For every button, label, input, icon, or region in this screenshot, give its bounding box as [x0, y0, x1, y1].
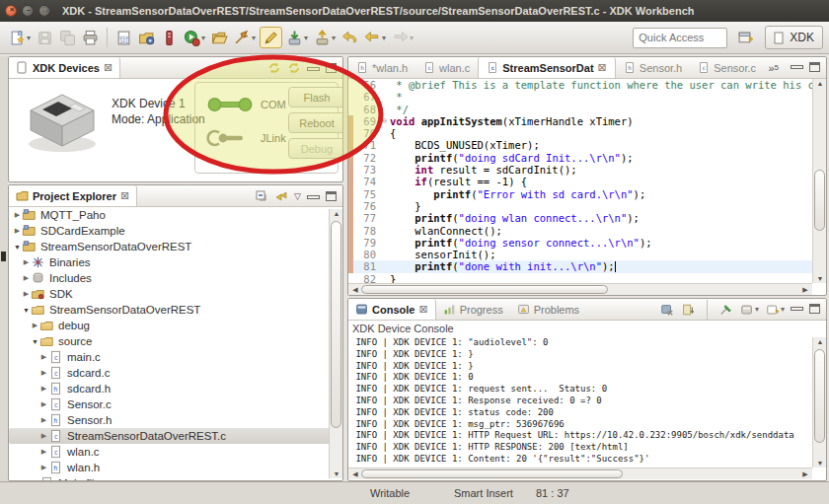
dropdown-arrow-icon[interactable]: ▾ — [781, 305, 785, 314]
expander-icon[interactable]: ▼ — [31, 338, 39, 345]
new-wizard-button[interactable]: ▾ — [7, 27, 33, 48]
tab-overflow-indicator[interactable]: »5 — [768, 57, 783, 78]
console-pin-console-button[interactable] — [719, 303, 733, 317]
tree-item-sdcardexample[interactable]: ▶SDCardExample — [9, 223, 342, 239]
tree-item-sdcard-c[interactable]: ▶csdcard.c — [9, 365, 342, 381]
expander-icon[interactable]: ▶ — [22, 290, 31, 298]
download-button[interactable]: ▾ — [284, 27, 310, 48]
jlink-toggle[interactable]: JLink — [206, 128, 286, 148]
console-clear-console-button[interactable] — [660, 303, 674, 317]
dropdown-arrow-icon[interactable]: ▾ — [332, 34, 336, 42]
run-button[interactable]: ▾ — [182, 27, 207, 48]
console-output[interactable]: INFO | XDK DEVICE 1: "audiolevel": 0 INF… — [350, 337, 812, 468]
minimize-editor-icon[interactable] — [791, 65, 803, 69]
reboot-button[interactable]: Reboot — [288, 112, 343, 133]
refresh-devices-icon[interactable] — [287, 61, 301, 75]
minimize-console-icon[interactable] — [791, 307, 803, 311]
open-project-button[interactable] — [209, 27, 230, 48]
forward-button[interactable]: ▾ — [362, 27, 388, 48]
tree-item-wlan-h[interactable]: ▶hwlan.h — [9, 460, 342, 475]
view-menu-icon[interactable]: ▽ — [294, 191, 301, 201]
save-button[interactable] — [35, 27, 55, 48]
com-toggle[interactable]: COM — [206, 95, 286, 114]
maximize-editor-icon[interactable] — [809, 62, 820, 72]
maximize-view-icon[interactable] — [326, 191, 337, 201]
tree-item-sdcard-h[interactable]: ▶hsdcard.h — [9, 381, 342, 396]
dropdown-arrow-icon[interactable]: ▾ — [252, 34, 256, 42]
expander-icon[interactable]: ▶ — [13, 227, 22, 235]
editor-tab--wlan-h[interactable]: h*wlan.h — [348, 57, 415, 78]
close-icon[interactable]: ⊠ — [104, 61, 113, 74]
fold-marker-icon[interactable]: ⊖ — [379, 115, 390, 127]
dropdown-arrow-icon[interactable]: ▾ — [27, 34, 31, 42]
tree-item-main-c[interactable]: ▶cmain.c — [9, 349, 342, 365]
tree-item-includes[interactable]: ▶Includes — [9, 270, 342, 286]
code-editor[interactable]: 66 * @brief This is a template function … — [348, 79, 812, 283]
tree-item-sensor-h[interactable]: ▶hSensor.h — [9, 412, 342, 428]
close-icon[interactable]: ⊠ — [418, 303, 427, 316]
flash-button[interactable]: ▾ — [232, 27, 258, 48]
scan-devices-icon[interactable] — [267, 61, 281, 75]
print-button[interactable] — [80, 27, 101, 48]
tree-item-source[interactable]: ▼source — [9, 333, 342, 349]
dropdown-arrow-icon[interactable]: ▾ — [755, 305, 759, 314]
build-binary-button[interactable]: 010101 — [113, 27, 134, 48]
window-maximize-button[interactable]: □ — [38, 5, 50, 17]
expander-icon[interactable]: ▶ — [13, 211, 22, 219]
back-button[interactable] — [339, 27, 360, 48]
tab-progress[interactable]: Progress — [436, 299, 510, 320]
tree-item-debug[interactable]: ▶debug — [9, 318, 342, 333]
close-icon[interactable]: ⊠ — [598, 61, 607, 74]
tab-xdk-devices[interactable]: XDK Devices ⊠ — [9, 57, 120, 78]
tab-problems[interactable]: Problems — [510, 299, 586, 320]
debug-config-button[interactable] — [159, 27, 180, 48]
editor-tab-sensor-h[interactable]: hSensor.h — [616, 57, 690, 78]
console-scroll-lock-button[interactable] — [681, 303, 695, 317]
window-close-button[interactable]: × — [5, 5, 17, 17]
minimize-view-icon[interactable] — [307, 67, 320, 71]
tree-item-sensor-c[interactable]: ▶cSensor.c — [9, 396, 342, 412]
expander-icon[interactable]: ▶ — [31, 322, 39, 329]
dropdown-arrow-icon[interactable]: ▾ — [304, 34, 308, 42]
dropdown-arrow-icon[interactable]: ▾ — [382, 34, 386, 42]
tab-project-explorer[interactable]: Project Explorer ⊠ — [9, 185, 137, 206]
expander-icon[interactable]: ▶ — [39, 353, 48, 361]
maximize-console-icon[interactable] — [809, 304, 820, 314]
console-display-console-dd-button[interactable]: ▾ — [740, 303, 759, 317]
tree-item-streamsensordataoverrest[interactable]: ▼StreamSensorDataOverREST — [9, 239, 342, 254]
tree-item-binaries[interactable]: ▶Binaries — [9, 254, 342, 270]
tree-item-sdk[interactable]: ▶SDK — [9, 286, 342, 302]
editor-tab-sensor-c[interactable]: cSensor.c — [690, 57, 764, 78]
expander-icon[interactable]: ▶ — [39, 416, 48, 424]
close-icon[interactable]: ⊠ — [120, 189, 129, 202]
console-open-console-dd-button[interactable]: ▾ — [766, 303, 785, 317]
tree-item-makefile[interactable]: Makefile — [9, 475, 342, 480]
expander-icon[interactable]: ▶ — [39, 448, 48, 456]
xdk-perspective-button[interactable]: XDK — [765, 26, 823, 49]
console-horizontal-scrollbar[interactable]: ◀ ▶ — [348, 468, 812, 479]
editor-horizontal-scrollbar[interactable]: ◀ ▶ — [348, 283, 812, 295]
expander-icon[interactable]: ▶ — [39, 369, 48, 377]
expander-icon[interactable]: ▶ — [39, 400, 48, 408]
expander-icon[interactable]: ▼ — [22, 307, 31, 314]
expander-icon[interactable]: ▼ — [13, 244, 22, 251]
save-all-button[interactable] — [57, 27, 78, 48]
minimize-view-icon[interactable] — [307, 195, 320, 199]
new-project-button[interactable] — [136, 27, 157, 48]
window-minimize-button[interactable]: – — [22, 5, 34, 17]
maximize-view-icon[interactable] — [326, 63, 337, 73]
dropdown-arrow-icon[interactable]: ▾ — [201, 34, 205, 42]
flash-button[interactable]: Flash — [288, 87, 343, 108]
editor-tab-streamsensordat[interactable]: cStreamSensorDat⊠ — [478, 57, 616, 78]
expander-icon[interactable]: ▶ — [39, 432, 48, 440]
expander-icon[interactable]: ▶ — [22, 258, 31, 266]
explorer-vertical-scrollbar[interactable]: ▲ ▼ — [329, 209, 342, 478]
project-tree[interactable]: ▶MQTT_Paho▶SDCardExample▼StreamSensorDat… — [9, 207, 342, 480]
editor-tab-wlan-c[interactable]: cwlan.c — [415, 57, 478, 78]
tab-console[interactable]: Console⊠ — [348, 299, 436, 320]
tree-item-mqtt-paho[interactable]: ▶MQTT_Paho — [9, 207, 342, 223]
tree-item-streamsensordataoverrest[interactable]: ▼StreamSensorDataOverREST — [9, 302, 342, 318]
open-perspective-button[interactable] — [735, 27, 756, 48]
tree-item-wlan-c[interactable]: ▶cwlan.c — [9, 444, 342, 460]
quick-access-input[interactable] — [633, 28, 727, 48]
